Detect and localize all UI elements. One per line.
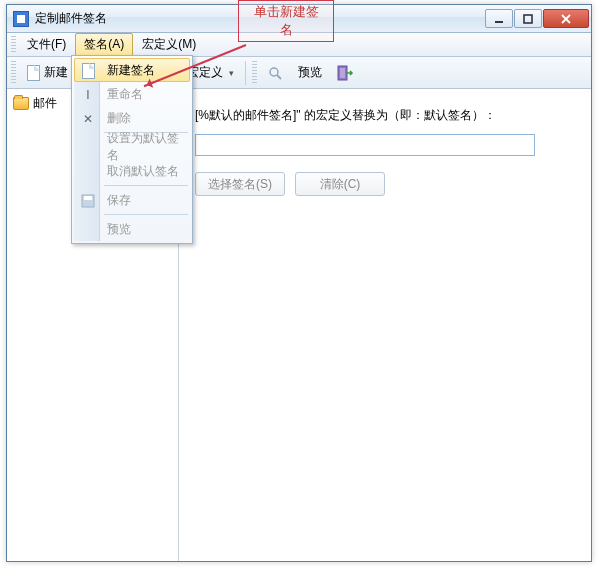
menu-macro[interactable]: 宏定义(M) [133,33,205,56]
menu-item-set-default[interactable]: 设置为默认签名 [74,135,190,159]
dd-label: 保存 [107,192,131,209]
macro-description: [%默认的邮件签名]" 的宏定义替换为（即：默认签名）： [195,107,575,124]
preview-button[interactable]: 预览 [291,60,329,86]
menubar-gripper[interactable] [11,36,16,53]
select-signature-button[interactable]: 选择签名(S) [195,172,285,196]
window-buttons [485,9,589,28]
sign-menu-dropdown: 新建签名 I 重命名 ✕ 删除 设置为默认签名 取消默认签名 保存 预览 [71,55,193,244]
dropdown-separator [104,214,188,215]
menu-item-delete[interactable]: ✕ 删除 [74,106,190,130]
close-button[interactable] [543,9,589,28]
document-icon [27,65,40,81]
signature-input[interactable] [195,134,535,156]
folder-icon [13,97,29,110]
menu-file-label: 文件(F) [27,36,66,53]
main-panel: [%默认的邮件签名]" 的宏定义替换为（即：默认签名）： 选择签名(S) 清除(… [179,89,591,561]
dd-label: 新建签名 [107,62,155,79]
menu-item-save[interactable]: 保存 [74,188,190,212]
dd-label: 预览 [107,221,131,238]
svg-rect-12 [84,196,92,200]
dd-label: 删除 [107,110,131,127]
exit-button[interactable] [331,60,359,86]
maximize-button[interactable] [514,9,542,28]
dd-label: 重命名 [107,86,143,103]
new-button-label: 新建 [44,64,68,81]
document-icon [80,63,96,79]
menu-item-rename[interactable]: I 重命名 [74,82,190,106]
toolbar-separator-2 [245,61,246,85]
menu-sign-label: 签名(A) [84,36,124,53]
svg-rect-10 [340,68,345,78]
exit-icon [336,64,354,82]
preview-icon-button[interactable] [261,60,289,86]
dd-label: 取消默认签名 [107,163,179,180]
menu-item-new-signature[interactable]: 新建签名 [74,58,190,82]
menu-sign[interactable]: 签名(A) [75,33,133,56]
toolbar-gripper-3[interactable] [252,61,257,85]
sidebar-item-label: 邮件 [33,95,57,112]
annotation-callout: 单击新建签名 [238,0,334,42]
annotation-text: 单击新建签名 [254,4,319,37]
dropdown-separator [104,185,188,186]
save-icon [80,193,96,209]
menu-macro-label: 宏定义(M) [142,36,196,53]
toolbar-gripper-1[interactable] [11,61,16,85]
button-row: 选择签名(S) 清除(C) [195,172,575,196]
svg-rect-1 [524,15,532,23]
rename-icon: I [80,87,96,103]
preview-button-label: 预览 [298,64,322,81]
svg-rect-0 [495,21,503,23]
delete-icon: ✕ [80,111,96,127]
svg-point-7 [270,68,278,76]
menu-item-unset-default[interactable]: 取消默认签名 [74,159,190,183]
minimize-button[interactable] [485,9,513,28]
magnifier-icon [267,65,283,81]
menu-item-preview[interactable]: 预览 [74,217,190,241]
app-icon [13,11,29,27]
menu-file[interactable]: 文件(F) [18,33,75,56]
svg-line-8 [277,75,281,79]
clear-button[interactable]: 清除(C) [295,172,385,196]
